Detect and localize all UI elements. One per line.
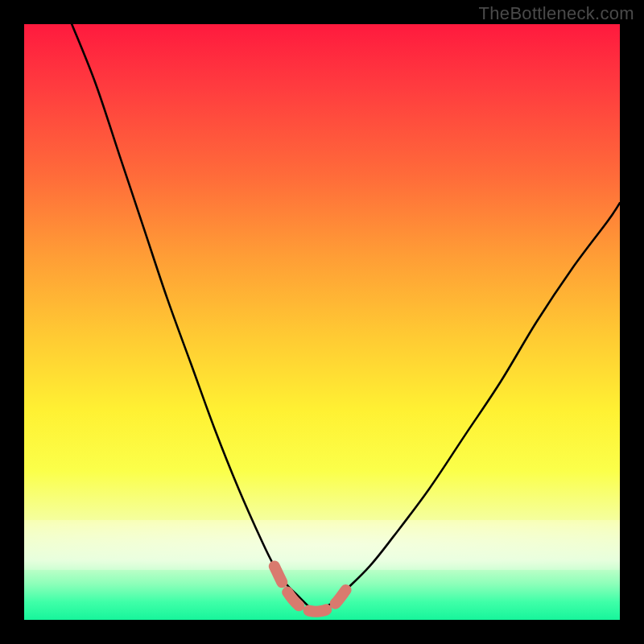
curves-svg — [24, 24, 620, 620]
left-curve — [72, 24, 310, 608]
right-curve — [322, 203, 620, 608]
curve-group — [72, 24, 620, 612]
watermark-text: TheBottleneck.com — [479, 3, 634, 24]
trough-highlight — [275, 566, 346, 611]
chart-stage: TheBottleneck.com — [0, 0, 644, 644]
plot-area — [24, 24, 620, 620]
